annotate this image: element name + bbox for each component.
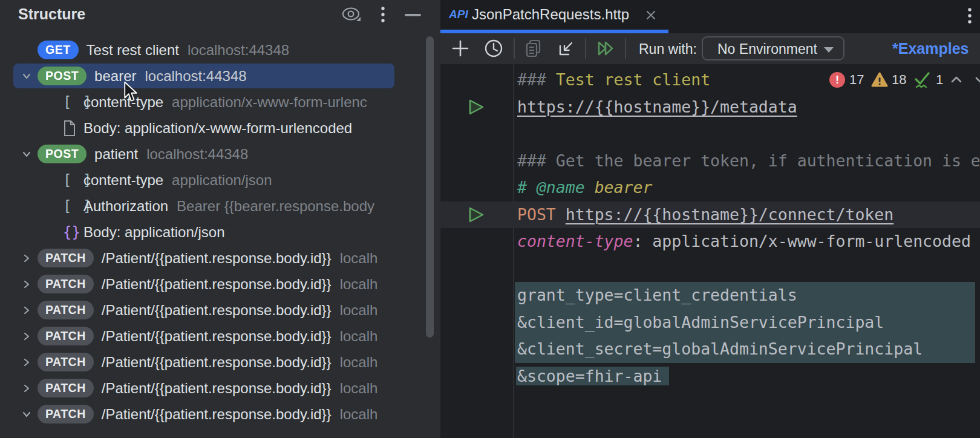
structure-scrollbar[interactable] (426, 36, 434, 338)
toolbar-separator (625, 38, 626, 59)
tree-item-name: content-type (83, 172, 163, 189)
code-line[interactable]: &client_id=globalAdminServicePrincipal (440, 309, 980, 336)
code-segment: : application/x-www-form-urlencoded (633, 232, 970, 250)
code-segment: https://{{hostname}}/connect/token (566, 205, 893, 224)
structure-request-row[interactable]: POSTpatientlocalhost:44348 (0, 141, 425, 167)
run-all-requests-icon[interactable] (596, 39, 615, 58)
code-line[interactable] (440, 255, 980, 283)
chevron-down-icon[interactable] (16, 404, 38, 425)
structure-child-row[interactable]: [ ]content-typeapplication/json (0, 167, 425, 193)
structure-request-row[interactable]: POSTbearerlocalhost:44348 (0, 63, 425, 89)
structure-request-row[interactable]: PATCH/Patient/{{patient.response.body.id… (0, 245, 425, 271)
chevron-down-icon (824, 47, 834, 53)
tree-item-secondary: localh (340, 406, 378, 423)
tab-title: JsonPatchRequests.http (472, 6, 629, 23)
post-method-badge: POST (38, 67, 87, 85)
environment-value: No Environment (717, 41, 817, 57)
code-segment: &scope=fhir-api (517, 367, 662, 385)
code-line[interactable]: content-type: application/x-www-form-url… (440, 228, 980, 255)
structure-child-row[interactable]: [ ]content-typeapplication/x-www-form-ur… (0, 89, 425, 115)
tab-close-icon[interactable] (645, 9, 657, 21)
structure-child-row[interactable]: [ ]AuthorizationBearer {{bearer.response… (0, 193, 425, 219)
code-line[interactable]: &scope=fhir-api (440, 363, 980, 390)
code-line[interactable]: &client_secret=globalAdminServicePrincip… (440, 336, 980, 363)
next-problem-chevron-down-icon[interactable] (973, 70, 980, 90)
tree-item-secondary: localh (340, 328, 378, 345)
chevron-down-icon[interactable] (16, 65, 38, 87)
error-icon: ! (829, 70, 845, 90)
body-file-icon (63, 120, 83, 137)
selection-highlight: &scope=fhir-api (516, 367, 669, 385)
structure-request-row[interactable]: PATCH/Patient/{{patient.response.body.id… (0, 271, 425, 297)
code-line[interactable]: POST https://{{hostname}}/connect/token (440, 201, 980, 229)
tree-item-name: Authorization (83, 198, 168, 215)
structure-request-row[interactable]: PATCH/Patient/{{patient.response.body.id… (0, 297, 425, 323)
structure-tool-window: Structure GETTest rest clientlocalhost:4… (0, 0, 440, 438)
previous-problem-chevron-up-icon[interactable] (949, 70, 964, 90)
code-segment: POST (517, 205, 566, 224)
chevron-right-icon[interactable] (16, 378, 38, 399)
patch-method-badge: PATCH (38, 249, 94, 267)
import-requests-icon[interactable] (557, 39, 576, 58)
structure-request-row[interactable]: PATCH/Patient/{{patient.response.body.id… (0, 323, 425, 349)
code-line[interactable]: https://{{hostname}}/metadata (440, 94, 980, 121)
tree-item-secondary: localh (340, 276, 378, 293)
tree-item-name: /Patient/{{patient.response.body.id}} (102, 354, 332, 371)
patch-method-badge: PATCH (38, 301, 94, 319)
code-segment: https://{{hostname}}/metadata (517, 97, 797, 116)
request-history-clock-icon[interactable] (484, 39, 503, 58)
json-braces-icon: {} (63, 224, 83, 241)
tree-item-secondary: localh (340, 380, 378, 397)
environment-select[interactable]: No Environment (702, 36, 844, 60)
code-segment: grant_type=client_credentials (517, 286, 797, 304)
tree-item-name: /Patient/{{patient.response.body.id}} (102, 302, 332, 319)
tree-item-name: /Patient/{{patient.response.body.id}} (102, 380, 332, 397)
structure-child-row[interactable]: Body: application/x-www-form-urlencoded (0, 115, 425, 141)
patch-method-badge: PATCH (38, 275, 94, 293)
get-method-badge: GET (38, 41, 79, 59)
tree-item-name: /Patient/{{patient.response.body.id}} (102, 406, 332, 423)
structure-request-row[interactable]: PATCH/Patient/{{patient.response.body.id… (0, 349, 425, 375)
view-options-eye-icon[interactable] (339, 4, 363, 26)
tree-item-name: /Patient/{{patient.response.body.id}} (102, 250, 332, 267)
http-client-toolbar: Run with: No Environment *Examples (440, 33, 980, 64)
structure-request-row[interactable]: GETTest rest clientlocalhost:44348 (0, 37, 425, 63)
tree-item-secondary: localh (340, 250, 378, 267)
chevron-right-icon[interactable] (16, 247, 38, 269)
post-method-badge: POST (38, 145, 87, 163)
examples-link[interactable]: *Examples (892, 40, 969, 57)
run-with-label: Run with: (639, 41, 697, 57)
tree-item-secondary: localh (340, 354, 378, 371)
run-request-play-icon[interactable] (468, 99, 485, 116)
tab-bar-kebab-icon[interactable] (967, 7, 976, 27)
chevron-down-icon[interactable] (16, 143, 38, 165)
tab-jsonpatchrequests[interactable]: API JsonPatchRequests.http (440, 0, 668, 33)
add-request-plus-icon[interactable] (451, 39, 470, 58)
tree-item-secondary: localhost:44348 (145, 68, 246, 85)
chevron-right-icon[interactable] (16, 325, 38, 347)
code-line[interactable]: # @name bearer (440, 174, 980, 201)
structure-request-row[interactable]: PATCH/Patient/{{patient.response.body.id… (0, 401, 425, 427)
tree-item-name: /Patient/{{patient.response.body.id}} (102, 328, 332, 345)
inspections-widget[interactable]: ! 17 18 1 (828, 70, 979, 91)
panel-options-kebab-icon[interactable] (374, 4, 391, 26)
editor-code-area[interactable]: ### Test rest clienthttps://{{hostname}}… (440, 64, 980, 438)
code-line[interactable] (440, 120, 980, 148)
code-line[interactable]: ### Get the bearer token, if authenticat… (440, 148, 980, 175)
chevron-right-icon[interactable] (16, 299, 38, 321)
ok-count: 1 (936, 70, 943, 90)
header-brackets-icon: [ ] (63, 172, 83, 189)
chevron-right-icon[interactable] (16, 273, 38, 295)
chevron-placeholder (16, 39, 38, 61)
hide-panel-minimize-icon[interactable] (402, 5, 425, 25)
run-request-play-icon[interactable] (468, 206, 485, 223)
tree-item-secondary: application/x-www-form-urlenc (172, 94, 367, 111)
code-line[interactable]: grant_type=client_credentials (440, 282, 980, 309)
editor-pane: API JsonPatchRequests.http (440, 0, 980, 438)
structure-request-row[interactable]: PATCH/Patient/{{patient.response.body.id… (0, 375, 425, 401)
patch-method-badge: PATCH (38, 327, 94, 345)
code-segment: Test rest client (556, 70, 710, 89)
copy-icon[interactable] (524, 39, 543, 58)
chevron-right-icon[interactable] (16, 351, 38, 373)
structure-child-row[interactable]: {}Body: application/json (0, 219, 425, 245)
